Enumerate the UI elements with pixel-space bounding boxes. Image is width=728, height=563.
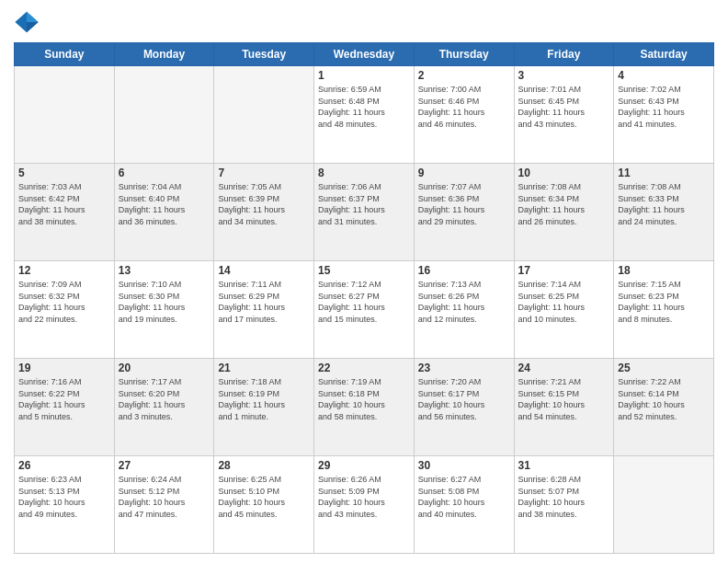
day-cell: 23Sunrise: 7:20 AM Sunset: 6:17 PM Dayli… [414, 359, 514, 456]
day-cell: 21Sunrise: 7:18 AM Sunset: 6:19 PM Dayli… [214, 359, 314, 456]
week-row-5: 26Sunrise: 6:23 AM Sunset: 5:13 PM Dayli… [15, 456, 714, 554]
day-header-sunday: Sunday [15, 43, 115, 66]
day-number: 16 [418, 264, 510, 277]
day-cell: 27Sunrise: 6:24 AM Sunset: 5:12 PM Dayli… [114, 456, 214, 554]
day-number: 19 [18, 362, 110, 374]
day-cell [614, 456, 714, 554]
day-info: Sunrise: 7:07 AM Sunset: 6:36 PM Dayligh… [418, 181, 510, 227]
day-info: Sunrise: 7:17 AM Sunset: 6:20 PM Dayligh… [119, 376, 210, 422]
day-info: Sunrise: 7:20 AM Sunset: 6:17 PM Dayligh… [418, 376, 510, 422]
day-cell: 1Sunrise: 6:59 AM Sunset: 6:48 PM Daylig… [314, 66, 415, 164]
week-row-4: 19Sunrise: 7:16 AM Sunset: 6:22 PM Dayli… [15, 359, 714, 456]
day-info: Sunrise: 7:16 AM Sunset: 6:22 PM Dayligh… [18, 376, 110, 422]
calendar: SundayMondayTuesdayWednesdayThursdayFrid… [14, 42, 714, 554]
day-cell: 18Sunrise: 7:15 AM Sunset: 6:23 PM Dayli… [614, 261, 714, 359]
day-cell: 19Sunrise: 7:16 AM Sunset: 6:22 PM Dayli… [15, 359, 115, 456]
day-info: Sunrise: 6:27 AM Sunset: 5:08 PM Dayligh… [418, 474, 510, 520]
day-info: Sunrise: 7:14 AM Sunset: 6:25 PM Dayligh… [518, 279, 610, 325]
day-number: 21 [218, 362, 310, 374]
day-cell: 8Sunrise: 7:06 AM Sunset: 6:37 PM Daylig… [314, 164, 415, 261]
day-cell [214, 66, 314, 164]
day-cell: 25Sunrise: 7:22 AM Sunset: 6:14 PM Dayli… [614, 359, 714, 456]
week-row-3: 12Sunrise: 7:09 AM Sunset: 6:32 PM Dayli… [15, 261, 714, 359]
day-info: Sunrise: 7:21 AM Sunset: 6:15 PM Dayligh… [518, 376, 610, 422]
day-info: Sunrise: 7:13 AM Sunset: 6:26 PM Dayligh… [418, 279, 510, 325]
day-info: Sunrise: 7:02 AM Sunset: 6:43 PM Dayligh… [618, 84, 710, 130]
day-number: 12 [18, 264, 110, 277]
day-cell: 14Sunrise: 7:11 AM Sunset: 6:29 PM Dayli… [214, 261, 314, 359]
day-info: Sunrise: 6:59 AM Sunset: 6:48 PM Dayligh… [318, 84, 410, 130]
week-row-2: 5Sunrise: 7:03 AM Sunset: 6:42 PM Daylig… [15, 164, 714, 261]
page: SundayMondayTuesdayWednesdayThursdayFrid… [0, 0, 728, 563]
day-info: Sunrise: 7:12 AM Sunset: 6:27 PM Dayligh… [318, 279, 410, 325]
day-header-saturday: Saturday [614, 43, 714, 66]
day-info: Sunrise: 7:22 AM Sunset: 6:14 PM Dayligh… [618, 376, 710, 422]
day-cell: 3Sunrise: 7:01 AM Sunset: 6:45 PM Daylig… [514, 66, 614, 164]
day-number: 14 [218, 264, 310, 277]
day-cell: 26Sunrise: 6:23 AM Sunset: 5:13 PM Dayli… [15, 456, 115, 554]
day-number: 25 [618, 362, 710, 374]
day-number: 10 [518, 167, 610, 179]
day-number: 17 [518, 264, 610, 277]
day-cell: 12Sunrise: 7:09 AM Sunset: 6:32 PM Dayli… [15, 261, 115, 359]
day-cell: 5Sunrise: 7:03 AM Sunset: 6:42 PM Daylig… [15, 164, 115, 261]
day-header-row: SundayMondayTuesdayWednesdayThursdayFrid… [15, 43, 714, 66]
day-number: 5 [18, 167, 110, 179]
day-cell: 2Sunrise: 7:00 AM Sunset: 6:46 PM Daylig… [414, 66, 514, 164]
day-info: Sunrise: 7:05 AM Sunset: 6:39 PM Dayligh… [218, 181, 310, 227]
day-number: 8 [318, 167, 410, 179]
day-info: Sunrise: 7:06 AM Sunset: 6:37 PM Dayligh… [318, 181, 410, 227]
day-info: Sunrise: 7:03 AM Sunset: 6:42 PM Dayligh… [18, 181, 110, 227]
day-cell: 15Sunrise: 7:12 AM Sunset: 6:27 PM Dayli… [314, 261, 415, 359]
day-number: 27 [119, 459, 210, 472]
day-header-monday: Monday [114, 43, 214, 66]
day-info: Sunrise: 7:01 AM Sunset: 6:45 PM Dayligh… [518, 84, 610, 130]
day-cell: 11Sunrise: 7:08 AM Sunset: 6:33 PM Dayli… [614, 164, 714, 261]
day-number: 15 [318, 264, 410, 277]
day-number: 13 [119, 264, 210, 277]
day-header-thursday: Thursday [414, 43, 514, 66]
day-cell: 31Sunrise: 6:28 AM Sunset: 5:07 PM Dayli… [514, 456, 614, 554]
day-cell: 16Sunrise: 7:13 AM Sunset: 6:26 PM Dayli… [414, 261, 514, 359]
day-header-friday: Friday [514, 43, 614, 66]
day-cell: 30Sunrise: 6:27 AM Sunset: 5:08 PM Dayli… [414, 456, 514, 554]
header [14, 9, 714, 35]
day-info: Sunrise: 7:18 AM Sunset: 6:19 PM Dayligh… [218, 376, 310, 422]
day-cell [114, 66, 214, 164]
day-number: 29 [318, 459, 410, 472]
day-cell [15, 66, 115, 164]
day-number: 11 [618, 167, 710, 179]
day-info: Sunrise: 7:08 AM Sunset: 6:34 PM Dayligh… [518, 181, 610, 227]
logo [14, 9, 43, 35]
day-number: 28 [218, 459, 310, 472]
day-info: Sunrise: 7:04 AM Sunset: 6:40 PM Dayligh… [119, 181, 210, 227]
day-number: 30 [418, 459, 510, 472]
day-number: 23 [418, 362, 510, 374]
day-info: Sunrise: 7:08 AM Sunset: 6:33 PM Dayligh… [618, 181, 710, 227]
day-number: 6 [119, 167, 210, 179]
day-cell: 22Sunrise: 7:19 AM Sunset: 6:18 PM Dayli… [314, 359, 415, 456]
day-info: Sunrise: 6:23 AM Sunset: 5:13 PM Dayligh… [18, 474, 110, 520]
day-cell: 4Sunrise: 7:02 AM Sunset: 6:43 PM Daylig… [614, 66, 714, 164]
day-info: Sunrise: 6:26 AM Sunset: 5:09 PM Dayligh… [318, 474, 410, 520]
day-cell: 10Sunrise: 7:08 AM Sunset: 6:34 PM Dayli… [514, 164, 614, 261]
day-info: Sunrise: 7:10 AM Sunset: 6:30 PM Dayligh… [119, 279, 210, 325]
day-cell: 29Sunrise: 6:26 AM Sunset: 5:09 PM Dayli… [314, 456, 415, 554]
day-info: Sunrise: 6:28 AM Sunset: 5:07 PM Dayligh… [518, 474, 610, 520]
day-cell: 6Sunrise: 7:04 AM Sunset: 6:40 PM Daylig… [114, 164, 214, 261]
day-info: Sunrise: 7:11 AM Sunset: 6:29 PM Dayligh… [218, 279, 310, 325]
day-info: Sunrise: 7:19 AM Sunset: 6:18 PM Dayligh… [318, 376, 410, 422]
day-number: 7 [218, 167, 310, 179]
day-number: 24 [518, 362, 610, 374]
day-cell: 24Sunrise: 7:21 AM Sunset: 6:15 PM Dayli… [514, 359, 614, 456]
day-info: Sunrise: 6:25 AM Sunset: 5:10 PM Dayligh… [218, 474, 310, 520]
day-number: 9 [418, 167, 510, 179]
day-number: 26 [18, 459, 110, 472]
day-number: 3 [518, 69, 610, 82]
day-cell: 7Sunrise: 7:05 AM Sunset: 6:39 PM Daylig… [214, 164, 314, 261]
day-cell: 9Sunrise: 7:07 AM Sunset: 6:36 PM Daylig… [414, 164, 514, 261]
day-cell: 28Sunrise: 6:25 AM Sunset: 5:10 PM Dayli… [214, 456, 314, 554]
day-number: 20 [119, 362, 210, 374]
svg-marker-2 [27, 22, 39, 32]
day-header-wednesday: Wednesday [314, 43, 415, 66]
